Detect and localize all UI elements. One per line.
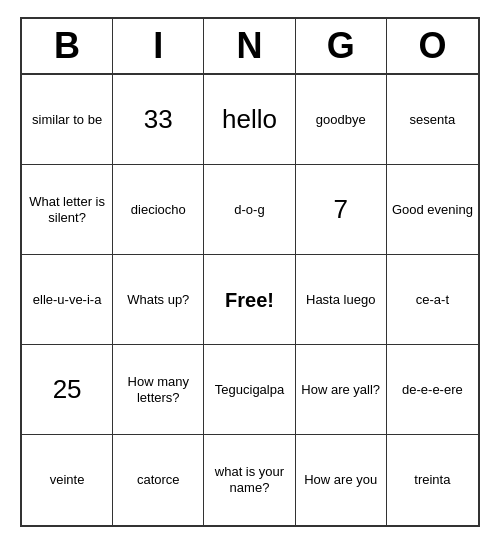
bingo-cell: How are you — [296, 435, 387, 525]
header-letter: B — [22, 19, 113, 73]
bingo-cell: Whats up? — [113, 255, 204, 345]
bingo-cell: How are yall? — [296, 345, 387, 435]
bingo-cell: hello — [204, 75, 295, 165]
bingo-cell: Tegucigalpa — [204, 345, 295, 435]
bingo-cell: How many letters? — [113, 345, 204, 435]
bingo-cell: what is your name? — [204, 435, 295, 525]
cell-text: de-e-e-ere — [402, 382, 463, 398]
bingo-grid: similar to be33hellogoodbyesesentaWhat l… — [22, 75, 478, 525]
header-letter: N — [204, 19, 295, 73]
cell-text: Tegucigalpa — [215, 382, 284, 398]
bingo-cell: d-o-g — [204, 165, 295, 255]
cell-text: treinta — [414, 472, 450, 488]
cell-text: Hasta luego — [306, 292, 375, 308]
cell-text: d-o-g — [234, 202, 264, 218]
cell-text: How are yall? — [301, 382, 380, 398]
header-letter: G — [296, 19, 387, 73]
bingo-cell: elle-u-ve-i-a — [22, 255, 113, 345]
bingo-cell: 25 — [22, 345, 113, 435]
cell-text: veinte — [50, 472, 85, 488]
cell-text: Free! — [225, 288, 274, 312]
cell-text: hello — [222, 104, 277, 135]
bingo-cell: similar to be — [22, 75, 113, 165]
bingo-card: BINGO similar to be33hellogoodbyesesenta… — [20, 17, 480, 527]
bingo-header: BINGO — [22, 19, 478, 75]
cell-text: dieciocho — [131, 202, 186, 218]
cell-text: elle-u-ve-i-a — [33, 292, 102, 308]
cell-text: How many letters? — [117, 374, 199, 405]
cell-text: sesenta — [410, 112, 456, 128]
bingo-cell: 7 — [296, 165, 387, 255]
bingo-cell: Free! — [204, 255, 295, 345]
bingo-cell: What letter is silent? — [22, 165, 113, 255]
bingo-cell: de-e-e-ere — [387, 345, 478, 435]
header-letter: O — [387, 19, 478, 73]
bingo-cell: Good evening — [387, 165, 478, 255]
cell-text: How are you — [304, 472, 377, 488]
bingo-cell: Hasta luego — [296, 255, 387, 345]
cell-text: goodbye — [316, 112, 366, 128]
bingo-cell: veinte — [22, 435, 113, 525]
cell-text: catorce — [137, 472, 180, 488]
cell-text: Whats up? — [127, 292, 189, 308]
bingo-cell: sesenta — [387, 75, 478, 165]
bingo-cell: goodbye — [296, 75, 387, 165]
cell-text: What letter is silent? — [26, 194, 108, 225]
cell-text: 7 — [333, 194, 347, 225]
bingo-cell: treinta — [387, 435, 478, 525]
bingo-cell: dieciocho — [113, 165, 204, 255]
cell-text: 33 — [144, 104, 173, 135]
cell-text: similar to be — [32, 112, 102, 128]
cell-text: what is your name? — [208, 464, 290, 495]
header-letter: I — [113, 19, 204, 73]
bingo-cell: ce-a-t — [387, 255, 478, 345]
cell-text: ce-a-t — [416, 292, 449, 308]
cell-text: 25 — [53, 374, 82, 405]
cell-text: Good evening — [392, 202, 473, 218]
bingo-cell: 33 — [113, 75, 204, 165]
bingo-cell: catorce — [113, 435, 204, 525]
